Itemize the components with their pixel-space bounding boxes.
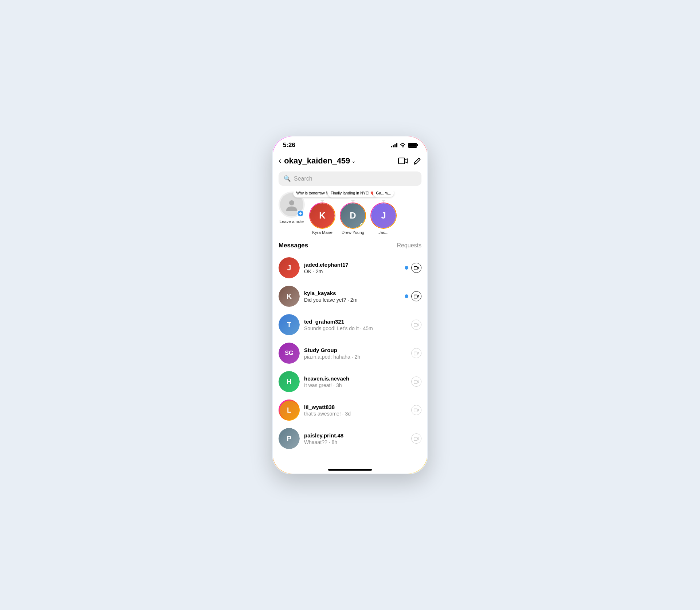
add-button: + [297,210,304,217]
story-label-drew: Drew Young [342,230,364,235]
search-icon: 🔍 [284,175,291,182]
note-bubble-kyra-tail [320,200,324,204]
msg-content-paisley: paisley.print.48 Whaaat?? · 8h [304,432,407,445]
signal-icon [391,143,397,147]
search-bar[interactable]: 🔍 Search [279,171,421,186]
svg-rect-2 [414,267,417,270]
username-area: okay_kaiden_459 ⌄ [284,156,398,166]
msg-preview-ted: Sounds good! Let's do it · 45m [304,325,407,331]
active-status-dot [360,223,365,227]
msg-right-lil-wyatt [411,405,421,415]
svg-rect-7 [414,409,417,412]
camera-icon-svg [414,266,419,270]
msg-right-heaven [411,377,421,387]
camera-button-paisley[interactable] [411,433,421,444]
msg-username-lil-wyatt: lil_wyatt838 [304,404,407,410]
msg-preview-studygroup: pia.in.a.pod: hahaha · 2h [304,354,407,360]
msg-username-kyia: kyia_kayaks [304,290,400,296]
message-item-ted[interactable]: T ted_graham321 Sounds good! Let's do it… [274,310,426,339]
message-item-lil-wyatt[interactable]: L lil_wyatt838 that's awesome! · 3d [274,396,426,424]
msg-right-paisley [411,433,421,444]
camera-button-jaded[interactable] [411,263,421,273]
msg-right-kyia [405,291,421,301]
jaded-avatar-img: J [279,257,300,278]
status-icons [391,143,417,148]
msg-avatar-studygroup: SG [279,343,300,364]
heaven-avatar-img: H [279,371,300,392]
status-bar: 5:26 [273,136,427,152]
plus-icon: + [299,211,302,216]
requests-button[interactable]: Requests [397,242,421,249]
message-item-jaded[interactable]: J jaded.elephant17 OK · 2m [274,254,426,282]
msg-preview-kyia: Did you leave yet? · 2m [304,297,400,303]
msg-preview-heaven: It was great! · 3h [304,382,407,388]
home-indicator [273,462,427,474]
story-item-drew[interactable]: Finally landing in NYC! ❤️ D Drew Young [340,202,366,235]
svg-rect-6 [414,381,417,384]
back-button[interactable]: ‹ [279,155,284,167]
note-bubble-drew-tail [351,200,355,204]
msg-right-ted [411,320,421,330]
person-silhouette-icon [285,198,299,212]
msg-content-heaven: heaven.is.nevaeh It was great! · 3h [304,375,407,388]
messages-list: J jaded.elephant17 OK · 2m [273,254,427,462]
msg-content-ted: ted_graham321 Sounds good! Let's do it ·… [304,318,407,331]
camera-button-studygroup[interactable] [411,348,421,358]
msg-avatar-jaded: J [279,257,300,278]
msg-avatar-kyia: K [279,286,300,307]
jac-avatar-img: J [371,203,396,228]
msg-content-jaded: jaded.elephant17 OK · 2m [304,262,400,274]
username-label: okay_kaiden_459 [284,156,350,166]
messages-header: Messages Requests [273,240,427,254]
story-item-kyra[interactable]: Why is tomorrow Monday!? 😩 K Kyra Marie [309,202,335,235]
ted-avatar-img: T [279,314,300,335]
note-bubble-jac: Ga... w... [373,192,394,197]
camera-icon-svg-studygroup [414,351,419,355]
camera-button-lil-wyatt[interactable] [411,405,421,415]
lil-wyatt-avatar-img: L [280,401,299,420]
compose-icon[interactable] [413,157,421,165]
message-item-heaven[interactable]: H heaven.is.nevaeh It was great! · 3h [274,367,426,396]
msg-content-kyia: kyia_kayaks Did you leave yet? · 2m [304,290,400,303]
camera-icon-svg-ted [414,323,419,327]
studygroup-avatar-img: SG [279,343,300,364]
unread-dot-jaded [405,266,408,270]
video-call-icon[interactable] [398,157,408,165]
msg-username-studygroup: Study Group [304,347,407,353]
unread-dot-kyia [405,294,408,298]
kyra-avatar: K [309,202,335,229]
camera-button-heaven[interactable] [411,377,421,387]
kyia-avatar-img: K [279,286,300,307]
camera-icon-svg-kyia [414,294,419,298]
story-label-kyra: Kyra Marie [312,230,332,235]
camera-button-ted[interactable] [411,320,421,330]
svg-rect-4 [414,324,417,327]
svg-rect-0 [398,158,405,164]
message-item-paisley[interactable]: P paisley.print.48 Whaaat?? · 8h [274,424,426,453]
msg-username-jaded: jaded.elephant17 [304,262,400,268]
camera-icon-svg-lil-wyatt [414,408,419,412]
svg-rect-3 [414,295,417,298]
phone-screen: 5:26 ‹ okay_kaiden_459 ⌄ [273,136,427,474]
header: ‹ okay_kaiden_459 ⌄ [273,152,427,171]
camera-button-kyia[interactable] [411,291,421,301]
msg-preview-paisley: Whaaat?? · 8h [304,439,407,445]
msg-preview-lil-wyatt: that's awesome! · 3d [304,411,407,417]
drew-avatar: D [340,202,366,229]
chevron-down-icon[interactable]: ⌄ [351,158,356,164]
battery-icon [408,143,417,148]
camera-icon-svg-heaven [414,379,419,384]
msg-right-jaded [405,263,421,273]
msg-username-paisley: paisley.print.48 [304,432,407,439]
message-item-kyia[interactable]: K kyia_kayaks Did you leave yet? · 2m [274,282,426,310]
stories-row: + Leave a note Why is tomorrow Monday!? … [273,192,427,240]
story-label-jac: Jac... [378,230,388,235]
msg-preview-jaded: OK · 2m [304,269,400,274]
message-item-studygroup[interactable]: SG Study Group pia.in.a.pod: hahaha · 2h [274,339,426,367]
msg-content-lil-wyatt: lil_wyatt838 that's awesome! · 3d [304,404,407,417]
header-icons [398,157,421,165]
messages-title: Messages [279,242,308,249]
story-item-jac[interactable]: Ga... w... J Jac... [370,202,397,235]
phone-frame: 5:26 ‹ okay_kaiden_459 ⌄ [272,135,428,475]
kyra-avatar-img: K [310,203,335,228]
